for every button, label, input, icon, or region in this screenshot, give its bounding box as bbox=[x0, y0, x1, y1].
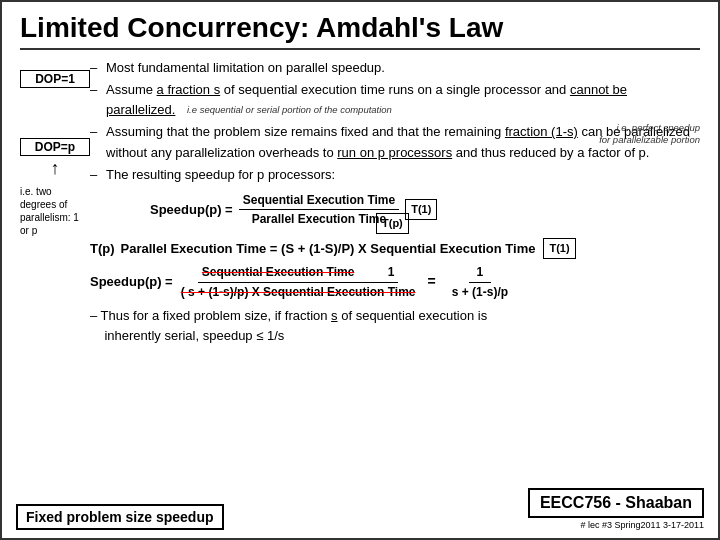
bullet3-fraction: fraction (1-s) bbox=[505, 124, 578, 139]
t1-box: T(1) bbox=[405, 199, 437, 220]
seq-exec-label: Sequential Execution Time bbox=[239, 191, 399, 211]
serial-note: i.e sequential or serial portion of the … bbox=[187, 104, 392, 115]
tp-left-label: T(p) bbox=[90, 239, 115, 259]
eecc-box: EECC756 - Shaaban bbox=[528, 488, 704, 518]
two-degrees-label: i.e. two degrees of parallelism: 1 or p bbox=[20, 185, 90, 237]
dopp-label: DOP=p bbox=[20, 138, 90, 156]
parallel-eq-text: Parallel Execution Time = (S + (1-S)/P) … bbox=[121, 239, 536, 259]
slide: Limited Concurrency: Amdahl's Law DOP=1 … bbox=[0, 0, 720, 540]
equals-sign: = bbox=[428, 271, 436, 293]
par-exec-label: Parallel Execution Time bbox=[248, 210, 391, 229]
bullet2-prefix: Assume bbox=[106, 82, 157, 97]
one-label2: 1 bbox=[469, 263, 492, 283]
den-strike: ( s + (1-s)/p) X Sequential Execution Ti… bbox=[181, 285, 416, 299]
speedup2-den: ( s + (1-s)/p) X Sequential Execution Ti… bbox=[177, 283, 420, 302]
bullet3-text1: Assuming that the problem size remains f… bbox=[106, 124, 505, 139]
speedup2-label: Speedup(p) = bbox=[90, 272, 173, 292]
parallel-eq-row: T(p) Parallel Execution Time = (S + (1-S… bbox=[90, 238, 700, 259]
arrow-down: ↑ bbox=[20, 158, 90, 179]
bullet4: The resulting speedup for p processors: bbox=[90, 165, 700, 185]
slide-title: Limited Concurrency: Amdahl's Law bbox=[20, 12, 700, 50]
one-label: 1 bbox=[388, 265, 395, 279]
bullet2-middle1: of sequential execution time runs on a s… bbox=[220, 82, 570, 97]
left-labels: DOP=1 DOP=p ↑ i.e. two degrees of parall… bbox=[20, 60, 90, 347]
conclusion-section: – Thus for a fixed problem size, if frac… bbox=[90, 306, 700, 346]
main-content: Most fundamental limitation on parallel … bbox=[90, 58, 700, 347]
speedup-section: Speedup(p) = Sequential Execution Time P… bbox=[90, 191, 700, 234]
speedup2-fraction: Sequential Execution Time 1 ( s + (1-s)/… bbox=[177, 263, 420, 301]
bullet4-text: The resulting speedup for p processors: bbox=[106, 167, 335, 182]
conclusion-dash: – Thus for a fixed problem size, if frac… bbox=[90, 308, 331, 323]
speedup2-fraction2: 1 s + (1-s)/p bbox=[444, 263, 516, 301]
seq-strike: Sequential Execution Time bbox=[202, 265, 354, 279]
footer-right: EECC756 - Shaaban # lec #3 Spring2011 3-… bbox=[528, 488, 704, 530]
bullet3-text3: and thus reduced by a factor of p. bbox=[452, 145, 649, 160]
bullet3-run: run on p processors bbox=[337, 145, 452, 160]
footer: Fixed problem size speedup EECC756 - Sha… bbox=[16, 488, 704, 530]
tp-box: T(p) bbox=[376, 213, 409, 234]
speedup-label: Speedup(p) = bbox=[150, 200, 233, 220]
bullet1: Most fundamental limitation on parallel … bbox=[90, 58, 700, 78]
dop1-label: DOP=1 bbox=[20, 70, 90, 88]
speedup2-num: Sequential Execution Time 1 bbox=[198, 263, 399, 283]
bullet3: Assuming that the problem size remains f… bbox=[90, 122, 700, 162]
speedup2-section: Speedup(p) = Sequential Execution Time 1… bbox=[90, 263, 700, 301]
bullet2: Assume a fraction s of sequential execut… bbox=[90, 80, 700, 120]
bullet1-text: Most fundamental limitation on parallel … bbox=[106, 60, 385, 75]
den2-label: s + (1-s)/p bbox=[444, 283, 516, 302]
fixed-label: Fixed problem size speedup bbox=[16, 504, 224, 530]
perfect-speedup-note: i.e. perfect speedupfor parallelizable p… bbox=[599, 122, 700, 145]
speedup2-row1: Speedup(p) = Sequential Execution Time 1… bbox=[90, 263, 700, 301]
bullet2-fraction-s: a fraction s bbox=[157, 82, 221, 97]
t1-right-box: T(1) bbox=[543, 238, 575, 259]
footer-sub: # lec #3 Spring2011 3-17-2011 bbox=[580, 520, 704, 530]
